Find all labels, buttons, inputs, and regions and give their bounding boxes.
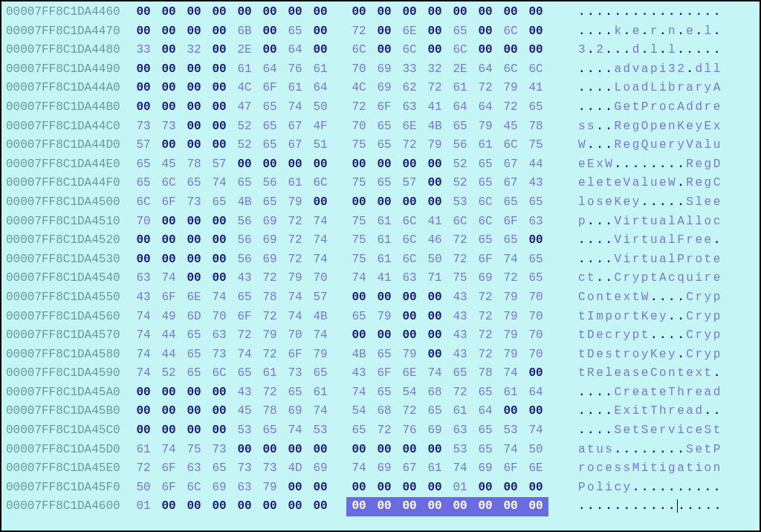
ascii-char[interactable]: R [686,176,695,189]
ascii-char[interactable]: p [713,348,722,361]
ascii-char[interactable]: . [596,386,605,399]
hex-byte[interactable]: 65 [422,402,447,421]
ascii-char[interactable]: e [705,233,713,247]
hex-byte[interactable]: 50 [308,98,333,117]
hex-byte[interactable]: 74 [131,326,156,346]
hex-byte[interactable]: 6C [397,231,422,250]
ascii-char[interactable]: t [705,253,713,266]
hex-byte[interactable]: 6C [207,364,232,383]
ascii-char[interactable]: . [686,5,695,19]
hex-byte[interactable]: 72 [372,421,397,441]
ascii-column[interactable]: ct..CryptAcquire [565,269,722,288]
ascii-char[interactable]: a [614,62,623,76]
ascii-char[interactable]: . [668,481,677,494]
ascii-char[interactable]: i [641,461,650,475]
hex-byte[interactable]: 00 [131,22,156,42]
ascii-char[interactable]: s [605,443,614,456]
hex-byte[interactable]: 00 [207,22,232,42]
hex-byte[interactable]: 65 [372,383,397,403]
hex-byte[interactable]: 00 [346,479,372,498]
ascii-char[interactable]: K [650,348,659,361]
hex-byte[interactable]: 78 [257,402,282,421]
ascii-char[interactable]: r [668,138,677,152]
hex-byte[interactable]: 6F [156,459,181,479]
hex-byte[interactable]: 76 [397,421,422,441]
hex-byte[interactable]: 74 [346,383,372,403]
ascii-char[interactable]: e [596,328,605,342]
ascii-char[interactable]: r [695,81,704,94]
ascii-column[interactable]: tDestroyKey.Cryp [565,346,722,365]
ascii-char[interactable]: t [641,253,650,266]
hex-byte[interactable]: 4C [346,79,372,98]
ascii-char[interactable]: r [686,233,695,247]
hex-bytes[interactable]: 01000000000000000000000000000000 [131,497,565,516]
ascii-char[interactable]: r [695,348,704,361]
ascii-char[interactable]: r [695,310,704,323]
ascii-char[interactable]: o [587,291,596,304]
ascii-char[interactable]: . [686,62,695,76]
hex-byte[interactable]: 72 [498,98,523,117]
hex-byte[interactable]: 6F [156,193,181,213]
hex-byte[interactable]: 67 [498,174,523,193]
hex-bytes[interactable]: 700000005669727475616C416C6C6F63 [131,213,565,232]
ascii-char[interactable]: V [624,176,632,189]
ascii-char[interactable]: . [668,499,677,513]
ascii-char[interactable]: 2 [677,62,686,76]
ascii-char[interactable]: t [713,424,722,437]
hex-byte[interactable]: 61 [372,250,397,270]
hex-byte[interactable]: 32 [181,41,207,60]
hex-byte[interactable]: 00 [131,250,156,270]
hex-byte[interactable]: 78 [181,155,207,175]
ascii-char[interactable]: a [641,386,650,399]
ascii-char[interactable]: . [578,253,587,266]
ascii-column[interactable]: ....k.e.r.n.e.l. [565,22,722,42]
hex-byte[interactable]: 2E [232,41,257,60]
hex-byte[interactable]: 00 [447,497,473,516]
ascii-char[interactable]: e [659,138,668,152]
ascii-char[interactable]: . [596,404,605,418]
hex-byte[interactable]: 00 [257,155,282,175]
ascii-char[interactable]: y [632,195,641,209]
hex-byte[interactable]: 61 [447,402,473,421]
hex-byte[interactable]: 74 [207,174,232,193]
ascii-char[interactable]: y [641,348,650,361]
ascii-column[interactable]: ....ExitThread.. [565,402,722,421]
hex-byte[interactable]: 00 [131,3,156,22]
hex-byte[interactable]: 6F [282,346,308,365]
hex-byte[interactable]: 74 [346,269,372,288]
hex-bytes[interactable]: 74446563727970740000000043727970 [131,326,565,346]
ascii-char[interactable]: V [614,253,623,266]
hex-byte[interactable]: 00 [447,3,473,22]
hex-byte[interactable]: 00 [422,497,447,516]
ascii-char[interactable]: h [677,386,686,399]
hex-byte[interactable]: 73 [181,193,207,213]
hex-byte[interactable]: 00 [156,383,181,403]
hex-byte[interactable]: 69 [422,421,447,441]
ascii-char[interactable]: . [705,481,713,494]
ascii-column[interactable]: loseKey.....Slee [565,193,722,213]
ascii-char[interactable]: t [632,424,641,437]
ascii-char[interactable]: i [695,461,704,475]
hex-byte[interactable]: 00 [308,3,333,22]
hex-byte[interactable]: 00 [131,60,156,80]
ascii-char[interactable]: . [605,253,614,266]
hex-byte[interactable]: 00 [346,288,372,308]
ascii-char[interactable]: i [624,233,632,247]
ascii-char[interactable]: e [605,195,614,209]
hex-byte[interactable]: 65 [257,117,282,137]
hex-byte[interactable]: 6F [232,308,257,327]
hex-byte[interactable]: 00 [207,41,232,60]
hex-byte[interactable]: 00 [207,117,232,137]
hex-byte[interactable]: 41 [523,79,548,98]
hex-byte[interactable]: 00 [397,193,422,213]
hex-byte[interactable]: 00 [523,231,548,250]
hex-bytes[interactable]: 65457857000000000000000052656744 [131,155,565,175]
hex-byte[interactable]: 00 [181,3,207,22]
ascii-char[interactable]: p [650,120,659,133]
hex-byte[interactable]: 00 [131,98,156,117]
hex-byte[interactable]: 00 [397,288,422,308]
ascii-char[interactable]: . [587,499,596,513]
hex-byte[interactable]: 00 [422,288,447,308]
ascii-char[interactable]: . [695,5,704,19]
ascii-char[interactable]: c [668,271,677,285]
